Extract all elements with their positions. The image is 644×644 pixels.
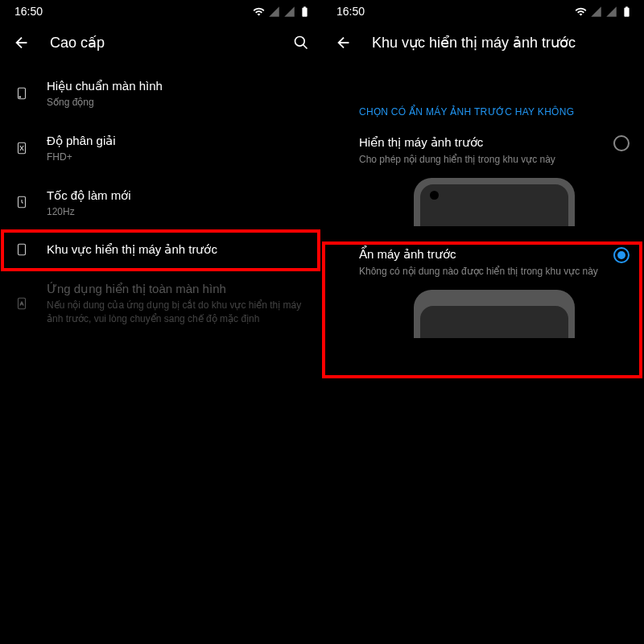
signal-icon-2	[283, 6, 295, 18]
refresh-icon	[13, 194, 31, 210]
section-header: CHỌN CÓ ẨN MÁY ẢNH TRƯỚC HAY KHÔNG	[322, 66, 644, 134]
back-button[interactable]	[13, 34, 31, 52]
item-text: Khu vực hiển thị máy ảnh trước	[47, 241, 309, 258]
item-text: Độ phân giải FHD+	[47, 132, 309, 164]
palette-icon	[13, 85, 31, 101]
item-text: Hiệu chuẩn màn hình Sống động	[47, 77, 309, 109]
svg-text:A: A	[20, 301, 23, 306]
item-fullscreen-apps: A Ứng dụng hiển thị toàn màn hình Nếu nộ…	[0, 269, 322, 337]
signal-icon-2	[605, 6, 617, 18]
item-title: Tốc độ làm mới	[47, 187, 309, 204]
phone-icon	[13, 242, 31, 258]
status-icons	[575, 6, 633, 18]
item-screen-calibration[interactable]: Hiệu chuẩn màn hình Sống động	[0, 66, 322, 121]
settings-list: Hiệu chuẩn màn hình Sống động Độ phân gi…	[0, 66, 322, 337]
item-camera-display-area[interactable]: Khu vực hiển thị máy ảnh trước	[0, 229, 322, 269]
wifi-icon	[575, 6, 587, 18]
battery-icon	[621, 6, 633, 18]
wifi-icon	[253, 6, 265, 18]
preview-hide-camera	[414, 290, 575, 338]
svg-point-0	[295, 37, 305, 47]
page-title: Cao cấp	[50, 34, 274, 52]
status-bar: 16:50	[0, 0, 322, 23]
signal-icon	[268, 6, 280, 18]
item-title: Khu vực hiển thị máy ảnh trước	[47, 241, 309, 258]
option-hide-camera[interactable]: Ẩn máy ảnh trước Không có nội dung nào đ…	[322, 246, 644, 338]
preview-show-camera	[414, 178, 575, 226]
status-bar: 16:50	[322, 0, 644, 23]
back-button[interactable]	[335, 34, 353, 52]
option-title: Ẩn máy ảnh trước	[359, 246, 601, 262]
header: Cao cấp	[0, 23, 322, 66]
radio-unselected-icon[interactable]	[613, 135, 630, 151]
item-sub: Sống động	[47, 96, 309, 109]
item-sub: Nếu nội dung của ứng dụng bị cắt do khu …	[47, 299, 309, 326]
item-text: Tốc độ làm mới 120Hz	[47, 187, 309, 219]
option-sub: Không có nội dung nào được hiển thị tron…	[359, 265, 601, 279]
radio-selected-icon[interactable]	[613, 247, 630, 263]
item-title: Độ phân giải	[47, 132, 309, 149]
screen-camera-area: 16:50 Khu vực hiển thị máy ảnh trước CHỌ…	[322, 0, 644, 644]
option-title: Hiển thị máy ảnh trước	[359, 134, 601, 151]
status-time: 16:50	[14, 5, 43, 18]
resolution-icon	[13, 140, 31, 156]
item-title: Ứng dụng hiển thị toàn màn hình	[47, 280, 309, 297]
item-sub: FHD+	[47, 151, 309, 164]
header: Khu vực hiển thị máy ảnh trước	[322, 23, 644, 66]
svg-point-2	[19, 97, 21, 98]
status-icons	[253, 6, 311, 18]
item-text: Ứng dụng hiển thị toàn màn hình Nếu nội …	[47, 280, 309, 326]
option-sub: Cho phép nội dung hiển thị trong khu vực…	[359, 153, 601, 167]
screen-advanced: 16:50 Cao cấp Hiệu chuẩn màn hình Sống đ…	[0, 0, 322, 644]
item-title: Hiệu chuẩn màn hình	[47, 77, 309, 94]
status-time: 16:50	[336, 5, 365, 18]
item-resolution[interactable]: Độ phân giải FHD+	[0, 121, 322, 175]
battery-icon	[299, 6, 311, 18]
svg-rect-5	[19, 244, 26, 255]
page-title: Khu vực hiển thị máy ảnh trước	[372, 34, 631, 52]
fullscreen-icon: A	[13, 295, 31, 312]
search-button[interactable]	[293, 35, 309, 51]
signal-icon	[590, 6, 602, 18]
option-show-camera[interactable]: Hiển thị máy ảnh trước Cho phép nội dung…	[322, 134, 644, 226]
item-sub: 120Hz	[47, 205, 309, 219]
item-refresh-rate[interactable]: Tốc độ làm mới 120Hz	[0, 175, 322, 230]
